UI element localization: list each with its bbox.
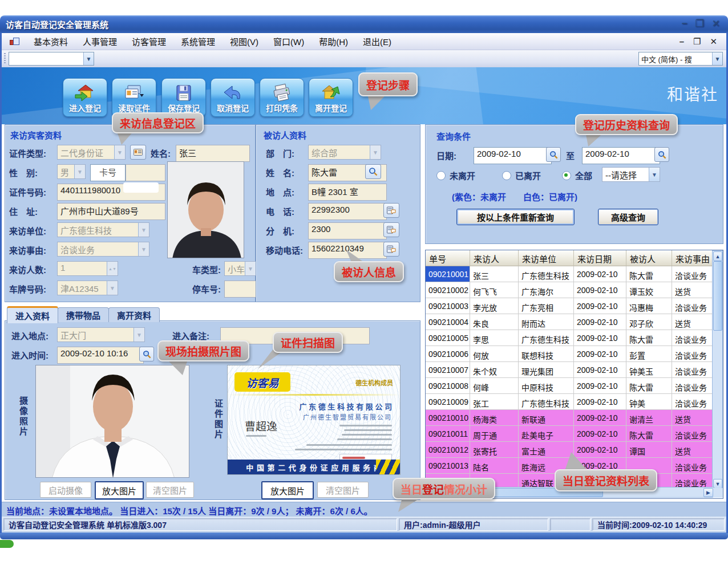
col-header-number[interactable]: 单号 (426, 250, 470, 266)
table-row[interactable]: 090210003 李光放 广东亮相 2009-02-10 冯惠梅 洽谈业务 (426, 298, 713, 314)
entry-time-picker-button[interactable] (139, 347, 154, 361)
filter-select[interactable]: --请选择▼ (602, 167, 660, 182)
visit-unit-select[interactable]: 广东德生科技▼ (57, 222, 149, 237)
date-to-picker-button[interactable] (654, 147, 669, 162)
read-id-button[interactable]: 读取证件 (112, 78, 156, 117)
cell-visited: 邓子欣 (626, 314, 672, 330)
dept-select[interactable]: 综合部▼ (308, 145, 381, 160)
table-row[interactable]: 090210011 周于通 赴美电子 2009-02-10 陈大雷 洽谈业务 (426, 426, 713, 442)
location-field[interactable]: B幢 2301 室 (308, 184, 387, 201)
col-header-date[interactable]: 来访日期 (574, 250, 626, 266)
clear-card-button[interactable]: 清空图片 (317, 482, 369, 498)
menu-item-system[interactable]: 系统管理 (181, 35, 215, 47)
card-no-field[interactable] (126, 164, 165, 181)
radio-all[interactable]: 全部 (562, 169, 592, 181)
read-card-icon-button[interactable] (130, 145, 146, 160)
tel-field[interactable]: 22992300 (308, 203, 387, 220)
menu-item-exit[interactable]: 退出(E) (363, 35, 391, 47)
menu-item-view[interactable]: 视图(V) (230, 35, 258, 47)
menu-item-window[interactable]: 窗口(W) (273, 35, 304, 47)
status-spacer (550, 518, 591, 531)
cell-reason: 洽谈业务 (672, 362, 713, 378)
requery-button[interactable]: 按以上条件重新查询 (456, 209, 575, 225)
clear-photo-button[interactable]: 清空图片 (146, 482, 194, 498)
chevron-down-icon[interactable]: ▼ (712, 52, 722, 65)
gender-select[interactable]: 男▼ (57, 164, 86, 179)
tab-entry-data[interactable]: 进入资料 (7, 306, 58, 323)
col-header-visitor[interactable]: 来访人 (470, 250, 519, 266)
radio-left[interactable]: 已离开 (502, 169, 541, 181)
address-field[interactable]: 广州市中山大道89号 (57, 203, 165, 220)
table-row[interactable]: 090210004 朱良 附而达 2009-02-10 邓子欣 送货 (426, 314, 713, 330)
entry-place-select[interactable]: 正大门▼ (57, 327, 145, 342)
mdi-close-icon[interactable]: ✕ (710, 36, 717, 47)
menu-item-basic[interactable]: 基本资料 (34, 35, 68, 47)
table-row[interactable]: 090210001 张三 广东德生科技 2009-02-10 陈大雷 洽谈业务 (426, 266, 713, 282)
minimize-icon[interactable]: – (682, 18, 687, 30)
date-from-field[interactable]: 2009-02-10 (474, 147, 552, 164)
menu-item-hr[interactable]: 人事管理 (83, 35, 117, 47)
table-row[interactable]: 090210002 何飞飞 广东海尔 2009-02-10 谭玉姣 送货 (426, 282, 713, 298)
cell-visitor: 何飞飞 (470, 282, 519, 298)
date-from-picker-button[interactable] (546, 147, 561, 162)
call-notify-icon-button[interactable] (383, 242, 399, 257)
tab-leave-data[interactable]: 离开资料 (108, 307, 160, 322)
scroll-down-icon[interactable]: ▼ (713, 479, 722, 489)
cell-reason: 送货 (672, 282, 713, 298)
col-header-visited[interactable]: 被访人 (626, 250, 672, 266)
enlarge-card-button[interactable]: 放大图片 (261, 481, 314, 499)
tab-carried-items[interactable]: 携带物品 (58, 307, 109, 322)
start-camera-button[interactable]: 启动摄像 (40, 482, 91, 498)
table-row[interactable]: 090210009 张工 广东德生科技 2009-02-10 钟美 洽谈业务 (426, 394, 713, 410)
quick-search-combobox[interactable]: ▼ (9, 52, 94, 66)
menu-item-visitor[interactable]: 访客管理 (132, 35, 166, 47)
chevron-down-icon[interactable]: ▼ (83, 52, 94, 65)
save-register-button[interactable]: 保存登记 (161, 78, 206, 117)
mdi-minimize-icon[interactable]: – (680, 36, 684, 47)
restore-icon[interactable]: ❐ (695, 18, 704, 30)
print-slip-button[interactable]: 打印凭条 (260, 78, 304, 117)
menu-item-help[interactable]: 帮助(H) (319, 35, 348, 47)
cert-type-select[interactable]: 二代身份证▼ (57, 145, 126, 160)
leave-register-button[interactable]: 离开登记 (309, 78, 353, 117)
spinner-icons[interactable]: ▲▼ (107, 262, 118, 275)
table-row[interactable]: 090210006 何放 联想科技 2009-02-10 彭置 洽谈业务 (426, 346, 713, 362)
mdi-restore-icon[interactable]: ❐ (693, 36, 701, 47)
table-row[interactable]: 090210010 杨海类 新联通 2009-02-10 谢清兰 送货 (426, 410, 713, 426)
plate-select[interactable]: 津A12345▼ (57, 281, 118, 295)
close-icon[interactable]: ✕ (712, 18, 720, 30)
vscroll-thumb[interactable] (713, 261, 722, 331)
visit-reason-select[interactable]: 洽谈业务▼ (57, 242, 149, 257)
call-notify-icon-button[interactable] (383, 203, 399, 218)
enlarge-photo-button[interactable]: 放大图片 (95, 481, 144, 499)
table-vscrollbar[interactable]: ▲ ▼ (712, 250, 723, 490)
col-header-reason[interactable]: 来访事由 (672, 250, 713, 266)
table-row[interactable]: 090210007 朱个奴 理光集团 2009-02-10 钟美玉 洽谈业务 (426, 362, 713, 378)
call-notify-icon-button[interactable] (383, 222, 399, 237)
cell-unit: 中原科技 (519, 378, 574, 394)
cell-date: 2009-02-10 (574, 266, 626, 282)
visitor-count-stepper[interactable]: 1 ▲▼ (57, 261, 118, 276)
visitor-name-field[interactable]: 张三 (176, 145, 250, 162)
search-person-icon-button[interactable] (365, 164, 381, 179)
car-type-select[interactable]: 小车▼ (224, 261, 256, 276)
table-row[interactable]: 090210005 李思 广东德生科技 2009-02-10 陈大雷 洽谈业务 (426, 330, 713, 346)
radio-not-left[interactable]: 未离开 (436, 169, 475, 181)
table-row[interactable]: 090210012 张寄托 富士通 2009-02-10 谭国 送货 (426, 442, 713, 458)
cell-number: 090210005 (426, 330, 470, 346)
enter-register-button[interactable]: 进入登记 (63, 78, 107, 117)
scroll-up-icon[interactable]: ▲ (713, 251, 722, 261)
table-row[interactable]: 090210008 何峰 中原科技 2009-02-10 陈大雷 洽谈业务 (426, 378, 713, 394)
cancel-register-button[interactable]: 取消登记 (211, 78, 255, 117)
date-to-field[interactable]: 2009-02-10 (582, 147, 660, 164)
scroll-right-icon[interactable]: ▶ (703, 488, 713, 497)
cell-visited: 钟美 (626, 394, 672, 410)
col-header-unit[interactable]: 来访单位 (519, 250, 574, 266)
entry-time-field[interactable]: 2009-02-10 10:16 (57, 347, 144, 364)
advanced-query-button[interactable]: 高级查询 (598, 209, 658, 225)
input-language-select[interactable]: 中文 (简体) - 搜 ▼ (638, 52, 723, 66)
table-header: 单号 来访人 来访单位 来访日期 被访人 来访事由 (426, 250, 723, 266)
ext-field[interactable]: 2300 (308, 222, 387, 239)
chevron-down-icon: ▼ (245, 262, 256, 275)
mobile-field[interactable]: 15602210349 (308, 242, 387, 259)
